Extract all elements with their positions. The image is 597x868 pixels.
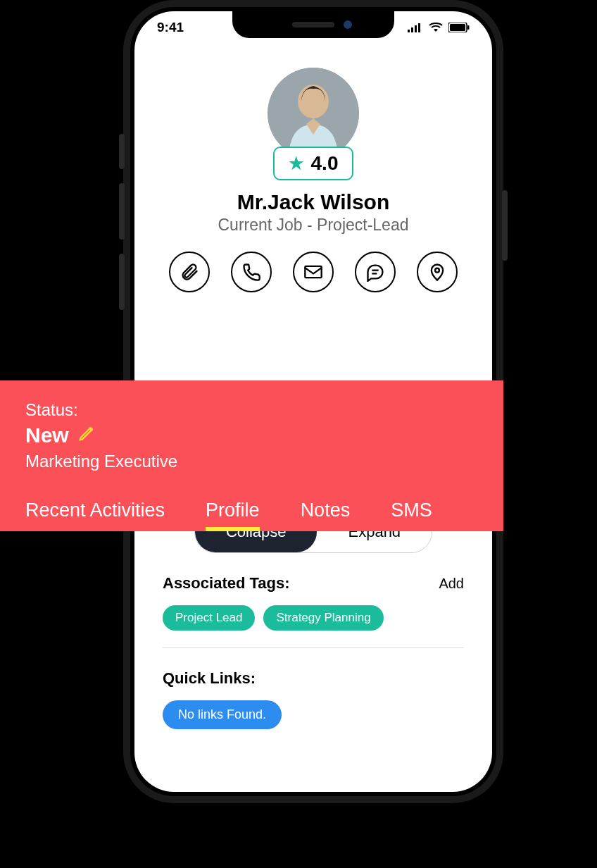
profile-job: Current Job - Project-Lead (134, 216, 492, 235)
tag-item[interactable]: Strategy Planning (263, 605, 383, 631)
paperclip-icon (180, 262, 199, 282)
svg-rect-5 (450, 24, 465, 31)
tab-profile[interactable]: Profile (206, 500, 260, 531)
tab-notes[interactable]: Notes (301, 500, 351, 531)
attachment-button[interactable] (169, 252, 210, 292)
svg-rect-0 (408, 30, 410, 32)
chat-icon (365, 262, 385, 282)
svg-point-12 (435, 268, 439, 273)
add-tag-button[interactable]: Add (439, 576, 464, 592)
divider (163, 647, 464, 648)
location-icon (427, 262, 447, 282)
no-links-pill: No links Found. (163, 700, 282, 729)
battery-icon (448, 23, 470, 32)
rating-value: 4.0 (311, 152, 339, 175)
star-icon: ★ (289, 154, 304, 173)
status-time: 9:41 (157, 20, 184, 35)
status-panel: Status: New Marketing Executive Recent A… (0, 380, 503, 531)
edit-status-button[interactable] (77, 423, 97, 447)
phone-icon (241, 262, 261, 282)
links-title: Quick Links: (163, 669, 464, 688)
tag-item[interactable]: Project Lead (163, 605, 255, 631)
call-button[interactable] (231, 252, 272, 292)
wifi-icon (429, 23, 443, 32)
email-button[interactable] (293, 252, 334, 292)
status-value: New (25, 423, 69, 447)
svg-rect-3 (418, 23, 420, 32)
notch (232, 11, 394, 38)
tab-recent-activities[interactable]: Recent Activities (25, 500, 165, 531)
svg-rect-1 (411, 27, 413, 32)
message-button[interactable] (355, 252, 396, 292)
profile-name: Mr.Jack Wilson (134, 190, 492, 214)
svg-rect-6 (467, 25, 470, 30)
tab-sms[interactable]: SMS (391, 500, 432, 531)
status-label: Status: (25, 400, 478, 420)
svg-rect-9 (305, 266, 321, 278)
svg-point-8 (298, 85, 329, 118)
mail-icon (303, 262, 323, 282)
location-button[interactable] (417, 252, 458, 292)
svg-rect-2 (415, 25, 417, 32)
status-role: Marketing Executive (25, 452, 478, 471)
signal-icon (408, 23, 423, 32)
tags-title: Associated Tags: (163, 574, 290, 593)
rating-badge: ★ 4.0 (273, 147, 354, 180)
avatar[interactable] (268, 68, 359, 159)
pencil-icon (77, 423, 97, 442)
